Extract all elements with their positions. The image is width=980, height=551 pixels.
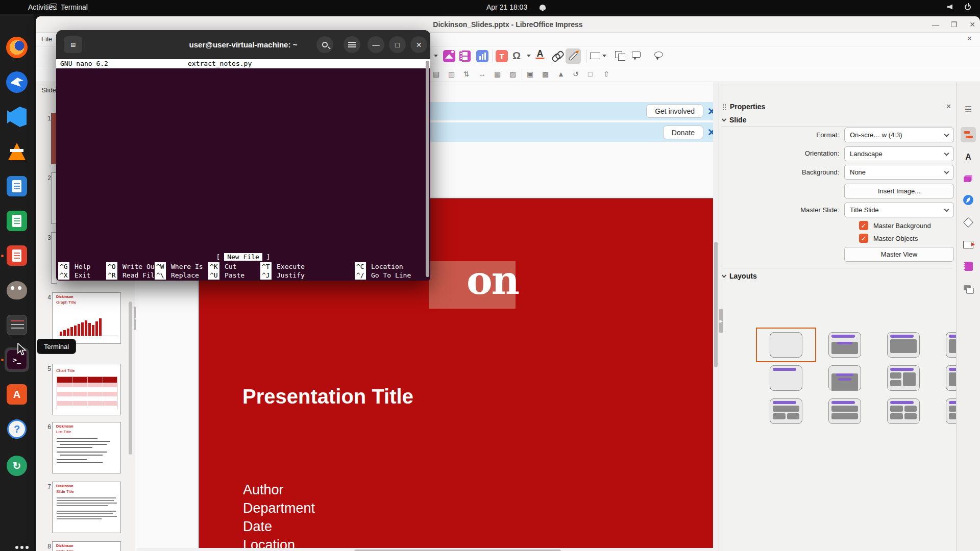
select-pointer-icon[interactable]: ▲ xyxy=(557,70,565,78)
hyperlink-icon[interactable] xyxy=(551,52,564,61)
layout-blank[interactable] xyxy=(757,329,815,361)
donate-button[interactable]: Donate xyxy=(663,126,703,139)
layout-title-2-rows[interactable] xyxy=(816,395,874,428)
get-involved-button[interactable]: Get involved xyxy=(646,104,703,118)
layout-title-content[interactable] xyxy=(874,329,933,361)
layout-centered-text[interactable] xyxy=(816,362,874,394)
dock-calc-icon[interactable] xyxy=(5,209,29,233)
insert-image-button[interactable]: Insert Image... xyxy=(844,184,954,198)
show-applications-button[interactable] xyxy=(5,535,29,551)
sidebar-splitter-handle[interactable]: ▶ xyxy=(719,309,723,333)
dock-vlc-icon[interactable] xyxy=(5,139,29,164)
master-slides-deck-icon[interactable] xyxy=(961,281,976,296)
align-center-icon[interactable]: ⇅ xyxy=(463,70,470,78)
dock-writer-icon[interactable] xyxy=(5,174,29,198)
dock-text-editor-icon[interactable] xyxy=(5,313,29,337)
terminal-titlebar[interactable]: ⊞ user@user-virtual-machine: ~ — □ ✕ xyxy=(56,30,430,59)
orientation-dropdown[interactable]: Landscape xyxy=(844,146,954,161)
shadow-icon[interactable]: ▨ xyxy=(509,70,516,78)
terminal-menu-button[interactable] xyxy=(344,36,360,53)
terminal-window[interactable]: ⊞ user@user-virtual-machine: ~ — □ ✕ GNU… xyxy=(56,30,430,281)
master-background-checkbox[interactable]: ✓ xyxy=(859,221,868,230)
terminal-search-button[interactable] xyxy=(316,36,333,53)
menu-file[interactable]: File xyxy=(41,35,52,43)
layout-title-2content-content[interactable] xyxy=(874,362,933,394)
clone-formatting-icon[interactable] xyxy=(615,51,625,60)
font-color-icon[interactable]: A xyxy=(535,50,545,59)
shapes-deck-icon[interactable] xyxy=(961,215,976,230)
layout-title-content-text[interactable] xyxy=(816,329,874,361)
notification-bell-icon[interactable] xyxy=(540,0,546,14)
dock-gimp-icon[interactable] xyxy=(5,278,29,303)
terminal-maximize-button[interactable]: □ xyxy=(389,36,406,53)
canvas-horizontal-scrollbar[interactable] xyxy=(136,548,719,551)
dock-vscode-icon[interactable] xyxy=(5,105,29,129)
terminal-minimize-button[interactable]: — xyxy=(368,36,384,53)
restore-button[interactable]: ❐ xyxy=(948,19,960,30)
slides-panel-scrollbar[interactable] xyxy=(129,302,132,455)
focused-app-menu[interactable]: > Terminal xyxy=(50,0,88,14)
arrange-icon[interactable]: ▦ xyxy=(494,70,501,78)
sidebar-close-icon[interactable]: ✕ xyxy=(946,103,951,110)
slide-transition-deck-icon[interactable] xyxy=(961,237,976,252)
dock-firefox-icon[interactable] xyxy=(5,35,29,60)
layout-title-content-over-2content[interactable] xyxy=(757,395,815,428)
terminal-scrollbar[interactable] xyxy=(426,61,429,277)
master-objects-checkbox[interactable]: ✓ xyxy=(859,234,868,243)
animation-deck-icon[interactable] xyxy=(961,259,976,274)
sidebar-settings-icon[interactable]: ☰ xyxy=(961,102,976,117)
dropdown-caret-icon[interactable] xyxy=(434,55,438,57)
gallery-deck-icon[interactable] xyxy=(961,171,976,186)
terminal-close-button[interactable]: ✕ xyxy=(410,36,427,53)
canvas-vertical-scrollbar[interactable] xyxy=(713,82,719,548)
dock-help-icon[interactable]: ? xyxy=(5,417,29,441)
insert-text-box-icon[interactable]: T xyxy=(496,50,508,62)
crop-icon[interactable]: ▣ xyxy=(527,70,533,78)
slide-thumbnail-4[interactable]: Dickinson Graph Title xyxy=(52,292,121,344)
background-dropdown[interactable]: None xyxy=(844,165,954,180)
master-view-button[interactable]: Master View xyxy=(844,247,954,262)
line-spacing-icon[interactable]: ↔ xyxy=(479,70,486,78)
slide-thumbnail-8[interactable]: Dickinson Slide Title xyxy=(52,541,121,551)
slide-thumbnail-6[interactable]: Dickinson List Title xyxy=(52,422,121,473)
insert-image-icon[interactable] xyxy=(443,50,455,62)
master-slide-dropdown[interactable]: Title Slide xyxy=(844,203,954,217)
clock[interactable]: Apr 21 18:03 xyxy=(486,0,527,14)
dock-impress-icon[interactable] xyxy=(5,243,29,268)
section-layouts[interactable]: Layouts xyxy=(722,272,757,280)
insert-media-icon[interactable] xyxy=(459,51,471,62)
minimize-button[interactable]: — xyxy=(930,19,941,30)
insert-chart-icon[interactable] xyxy=(476,50,488,62)
power-icon[interactable] xyxy=(965,0,971,14)
close-button[interactable]: ✕ xyxy=(967,19,978,30)
format-dropdown[interactable]: On-scre… w (4:3) xyxy=(844,128,954,142)
slide-thumbnail-7[interactable]: Dickinson Slide Title xyxy=(52,482,121,533)
special-character-icon[interactable]: Ω xyxy=(512,50,521,62)
volume-icon[interactable] xyxy=(947,0,952,14)
slide-body-line[interactable]: Date xyxy=(243,519,272,535)
show-draw-functions-icon[interactable] xyxy=(566,48,581,64)
callout-shapes-icon[interactable] xyxy=(632,52,641,58)
slide-thumbnail-5[interactable]: Chart Title xyxy=(52,364,121,415)
slide-title-text[interactable]: Presentation Title xyxy=(242,385,413,408)
layout-four-content[interactable] xyxy=(874,395,933,428)
align-objects-icon[interactable]: ⇧ xyxy=(603,70,609,78)
close-document-icon[interactable]: ✕ xyxy=(967,35,972,42)
styles-deck-icon[interactable]: A xyxy=(961,149,976,165)
slide-body-line[interactable]: Author xyxy=(243,482,284,498)
special-character-caret-icon[interactable] xyxy=(527,55,531,57)
dock-backups-icon[interactable]: ↻ xyxy=(5,454,29,478)
navigator-deck-icon[interactable] xyxy=(961,192,976,208)
dock-ubuntu-software-icon[interactable]: A xyxy=(5,382,29,407)
rectangle-shape-icon[interactable] xyxy=(590,53,600,59)
align-left-icon[interactable]: ▥ xyxy=(448,70,455,78)
ellipse-callout-icon[interactable] xyxy=(654,52,663,58)
zoom-pan-icon[interactable]: ↺ xyxy=(573,70,579,78)
properties-deck-icon[interactable] xyxy=(961,127,976,142)
layout-title-only[interactable] xyxy=(757,362,815,394)
shapes-caret-icon[interactable] xyxy=(602,55,606,57)
filter-icon[interactable]: ▩ xyxy=(542,70,549,78)
slide-body-line[interactable]: Department xyxy=(243,500,315,516)
dock-thunderbird-icon[interactable] xyxy=(5,70,29,94)
drag-handle-icon[interactable] xyxy=(722,104,726,110)
